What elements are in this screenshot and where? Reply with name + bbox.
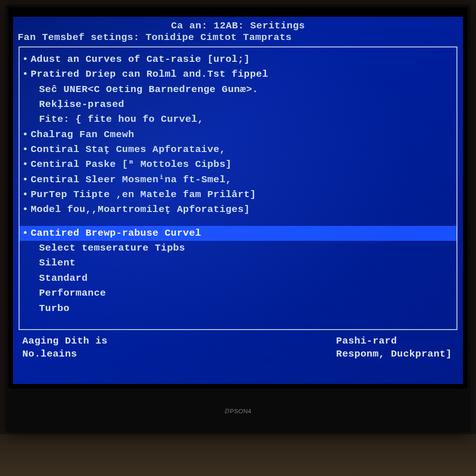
menu-subtext: Seĉ UNER<C Oeting Barnedrenge Gunæ>. — [20, 82, 456, 97]
settings-box: Adust an Curves of Cat-rasie [urol;] Pra… — [19, 46, 457, 330]
menu-subtext: Rekļise-prased — [20, 97, 456, 112]
monitor-stand-area: ⅅPSON4 — [8, 389, 468, 430]
page-title-line2: Fan Temsbef setings: Tonidipe Cimtot Tam… — [16, 32, 460, 43]
profile-option-turbo[interactable]: Turbo — [20, 301, 456, 316]
bios-screen: Ca an: 12AB: Seritings Fan Temsbef setin… — [13, 17, 463, 384]
menu-item-selected[interactable]: Cantired Brewp-rabuse Curvel — [20, 226, 456, 241]
profile-option-silent[interactable]: Silent — [20, 256, 456, 271]
profile-option-standard[interactable]: Standard — [20, 271, 456, 286]
menu-item[interactable]: Model fou,,Moartromileţ Apforatiges] — [20, 202, 456, 217]
profile-option-performance[interactable]: Performance — [20, 286, 456, 301]
profile-option[interactable]: Select temserature Tipbs — [20, 241, 456, 256]
footer-bar: Aaging Dith is No.leains Pashi-rard Resp… — [16, 330, 460, 361]
menu-item[interactable]: Adust an Curves of Cat-rasie [urol;] — [20, 52, 456, 67]
footer-right-line2: Responm, Duckprant] — [336, 348, 452, 361]
menu-item[interactable]: PurTep Tiipte ,en Matele fam Prilårt] — [20, 187, 456, 202]
footer-left-line2: No.leains — [22, 348, 107, 361]
footer-right-line1: Pashi-rard — [336, 335, 452, 348]
menu-item[interactable]: Centiral Sleer Mosmenⁱna ft-Smel, — [20, 172, 456, 187]
monitor-bezel: Ca an: 12AB: Seritings Fan Temsbef setin… — [8, 7, 468, 389]
page-title-line1: Ca an: 12AB: Seritings — [16, 20, 460, 31]
menu-item[interactable]: Pratired Driep can Rolml and.Tst fippel — [20, 67, 456, 82]
footer-left-line1: Aaging Dith is — [22, 335, 107, 348]
menu-subtext: Fite: { fite hou fo Curvel, — [20, 112, 456, 127]
menu-item[interactable]: Chalrag Fan Cmewh — [20, 127, 456, 142]
menu-item[interactable]: Contiral Staţ Cumes Apforataive, — [20, 142, 456, 157]
monitor-frame: Ca an: 12AB: Seritings Fan Temsbef setin… — [6, 5, 470, 432]
menu-item[interactable]: Centiral Paske [ᵐ Mottoles Cipbs] — [20, 157, 456, 172]
monitor-brand-logo: ⅅPSON4 — [225, 408, 251, 415]
